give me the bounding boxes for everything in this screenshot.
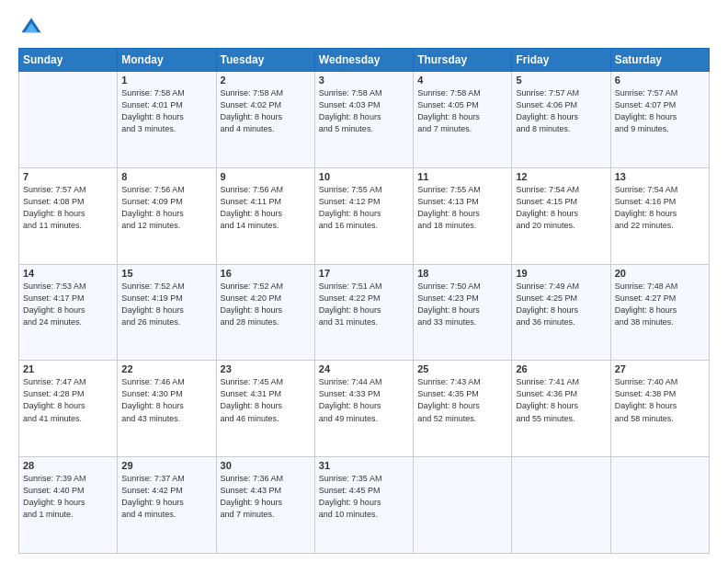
calendar-header-row: SundayMondayTuesdayWednesdayThursdayFrid…: [19, 49, 710, 72]
day-info: Sunrise: 7:41 AM Sunset: 4:36 PM Dayligh…: [516, 376, 606, 424]
day-info: Sunrise: 7:36 AM Sunset: 4:43 PM Dayligh…: [221, 473, 311, 521]
calendar-cell: [19, 72, 118, 168]
day-number: 23: [221, 363, 311, 374]
day-info: Sunrise: 7:39 AM Sunset: 4:40 PM Dayligh…: [23, 473, 113, 521]
day-info: Sunrise: 7:56 AM Sunset: 4:09 PM Dayligh…: [121, 184, 211, 232]
day-number: 28: [23, 460, 113, 471]
calendar-cell: 25Sunrise: 7:43 AM Sunset: 4:35 PM Dayli…: [414, 361, 512, 457]
day-info: Sunrise: 7:58 AM Sunset: 4:03 PM Dayligh…: [319, 87, 409, 135]
calendar-cell: 13Sunrise: 7:54 AM Sunset: 4:16 PM Dayli…: [610, 167, 709, 264]
day-number: 22: [121, 363, 211, 374]
calendar-cell: 30Sunrise: 7:36 AM Sunset: 4:43 PM Dayli…: [216, 457, 314, 554]
calendar-cell: 7Sunrise: 7:57 AM Sunset: 4:08 PM Daylig…: [19, 167, 118, 264]
day-number: 6: [615, 75, 705, 86]
day-number: 18: [417, 268, 507, 279]
day-info: Sunrise: 7:44 AM Sunset: 4:33 PM Dayligh…: [319, 376, 409, 424]
calendar-cell: 5Sunrise: 7:57 AM Sunset: 4:06 PM Daylig…: [512, 72, 610, 168]
day-number: 5: [516, 75, 606, 86]
day-number: 9: [221, 171, 311, 182]
calendar-cell: 16Sunrise: 7:52 AM Sunset: 4:20 PM Dayli…: [216, 264, 314, 361]
calendar-cell: 29Sunrise: 7:37 AM Sunset: 4:42 PM Dayli…: [118, 457, 216, 554]
calendar-cell: 12Sunrise: 7:54 AM Sunset: 4:15 PM Dayli…: [512, 167, 610, 264]
calendar-cell: 22Sunrise: 7:46 AM Sunset: 4:30 PM Dayli…: [118, 361, 216, 457]
day-info: Sunrise: 7:50 AM Sunset: 4:23 PM Dayligh…: [417, 281, 507, 328]
col-header-tuesday: Tuesday: [216, 49, 314, 72]
calendar-cell: 27Sunrise: 7:40 AM Sunset: 4:38 PM Dayli…: [610, 361, 709, 457]
day-number: 19: [516, 268, 606, 279]
day-info: Sunrise: 7:57 AM Sunset: 4:08 PM Dayligh…: [23, 184, 113, 232]
calendar-cell: [414, 457, 512, 554]
calendar-cell: 2Sunrise: 7:58 AM Sunset: 4:02 PM Daylig…: [216, 72, 314, 168]
calendar-cell: 21Sunrise: 7:47 AM Sunset: 4:28 PM Dayli…: [19, 361, 118, 457]
day-info: Sunrise: 7:55 AM Sunset: 4:13 PM Dayligh…: [417, 184, 507, 232]
day-number: 7: [23, 171, 113, 182]
day-info: Sunrise: 7:47 AM Sunset: 4:28 PM Dayligh…: [23, 376, 113, 424]
day-info: Sunrise: 7:54 AM Sunset: 4:16 PM Dayligh…: [615, 184, 705, 232]
day-number: 3: [319, 75, 409, 86]
col-header-friday: Friday: [512, 49, 610, 72]
calendar-cell: 6Sunrise: 7:57 AM Sunset: 4:07 PM Daylig…: [610, 72, 709, 168]
calendar-cell: 26Sunrise: 7:41 AM Sunset: 4:36 PM Dayli…: [512, 361, 610, 457]
day-number: 30: [221, 460, 311, 471]
week-row-1: 1Sunrise: 7:58 AM Sunset: 4:01 PM Daylig…: [19, 72, 710, 168]
day-number: 11: [417, 171, 507, 182]
day-number: 24: [319, 363, 409, 374]
day-info: Sunrise: 7:57 AM Sunset: 4:06 PM Dayligh…: [516, 87, 606, 135]
calendar-cell: 28Sunrise: 7:39 AM Sunset: 4:40 PM Dayli…: [19, 457, 118, 554]
day-info: Sunrise: 7:46 AM Sunset: 4:30 PM Dayligh…: [121, 376, 211, 424]
day-number: 17: [319, 268, 409, 279]
day-info: Sunrise: 7:52 AM Sunset: 4:19 PM Dayligh…: [121, 281, 211, 328]
calendar-cell: 24Sunrise: 7:44 AM Sunset: 4:33 PM Dayli…: [314, 361, 413, 457]
calendar-cell: 9Sunrise: 7:56 AM Sunset: 4:11 PM Daylig…: [216, 167, 314, 264]
day-info: Sunrise: 7:40 AM Sunset: 4:38 PM Dayligh…: [615, 376, 705, 424]
page: SundayMondayTuesdayWednesdayThursdayFrid…: [0, 0, 728, 563]
day-number: 31: [319, 460, 409, 471]
calendar-cell: 3Sunrise: 7:58 AM Sunset: 4:03 PM Daylig…: [314, 72, 413, 168]
day-number: 20: [615, 268, 705, 279]
day-number: 8: [121, 171, 211, 182]
col-header-sunday: Sunday: [19, 49, 118, 72]
header: [18, 15, 710, 40]
week-row-3: 14Sunrise: 7:53 AM Sunset: 4:17 PM Dayli…: [19, 264, 710, 361]
calendar-cell: 20Sunrise: 7:48 AM Sunset: 4:27 PM Dayli…: [610, 264, 709, 361]
day-number: 21: [23, 363, 113, 374]
calendar-cell: 14Sunrise: 7:53 AM Sunset: 4:17 PM Dayli…: [19, 264, 118, 361]
calendar-cell: [512, 457, 610, 554]
day-info: Sunrise: 7:54 AM Sunset: 4:15 PM Dayligh…: [516, 184, 606, 232]
calendar-cell: 15Sunrise: 7:52 AM Sunset: 4:19 PM Dayli…: [118, 264, 216, 361]
day-number: 27: [615, 363, 705, 374]
day-info: Sunrise: 7:55 AM Sunset: 4:12 PM Dayligh…: [319, 184, 409, 232]
calendar-cell: 11Sunrise: 7:55 AM Sunset: 4:13 PM Dayli…: [414, 167, 512, 264]
day-info: Sunrise: 7:56 AM Sunset: 4:11 PM Dayligh…: [221, 184, 311, 232]
calendar-cell: 23Sunrise: 7:45 AM Sunset: 4:31 PM Dayli…: [216, 361, 314, 457]
day-info: Sunrise: 7:58 AM Sunset: 4:05 PM Dayligh…: [417, 87, 507, 135]
day-number: 12: [516, 171, 606, 182]
day-number: 25: [417, 363, 507, 374]
day-number: 16: [221, 268, 311, 279]
day-number: 4: [417, 75, 507, 86]
calendar-cell: 1Sunrise: 7:58 AM Sunset: 4:01 PM Daylig…: [118, 72, 216, 168]
day-number: 1: [121, 75, 211, 86]
calendar-cell: 19Sunrise: 7:49 AM Sunset: 4:25 PM Dayli…: [512, 264, 610, 361]
col-header-wednesday: Wednesday: [314, 49, 413, 72]
day-number: 13: [615, 171, 705, 182]
day-info: Sunrise: 7:45 AM Sunset: 4:31 PM Dayligh…: [221, 376, 311, 424]
week-row-2: 7Sunrise: 7:57 AM Sunset: 4:08 PM Daylig…: [19, 167, 710, 264]
logo: [18, 15, 48, 40]
day-number: 29: [121, 460, 211, 471]
week-row-4: 21Sunrise: 7:47 AM Sunset: 4:28 PM Dayli…: [19, 361, 710, 457]
calendar-cell: 4Sunrise: 7:58 AM Sunset: 4:05 PM Daylig…: [414, 72, 512, 168]
calendar-cell: 17Sunrise: 7:51 AM Sunset: 4:22 PM Dayli…: [314, 264, 413, 361]
day-info: Sunrise: 7:58 AM Sunset: 4:02 PM Dayligh…: [221, 87, 311, 135]
day-info: Sunrise: 7:53 AM Sunset: 4:17 PM Dayligh…: [23, 281, 113, 328]
day-info: Sunrise: 7:49 AM Sunset: 4:25 PM Dayligh…: [516, 281, 606, 328]
day-number: 10: [319, 171, 409, 182]
calendar-cell: 31Sunrise: 7:35 AM Sunset: 4:45 PM Dayli…: [314, 457, 413, 554]
day-number: 14: [23, 268, 113, 279]
day-info: Sunrise: 7:37 AM Sunset: 4:42 PM Dayligh…: [121, 473, 211, 521]
col-header-thursday: Thursday: [414, 49, 512, 72]
day-info: Sunrise: 7:57 AM Sunset: 4:07 PM Dayligh…: [615, 87, 705, 135]
logo-icon: [18, 15, 44, 40]
week-row-5: 28Sunrise: 7:39 AM Sunset: 4:40 PM Dayli…: [19, 457, 710, 554]
day-info: Sunrise: 7:35 AM Sunset: 4:45 PM Dayligh…: [319, 473, 409, 521]
